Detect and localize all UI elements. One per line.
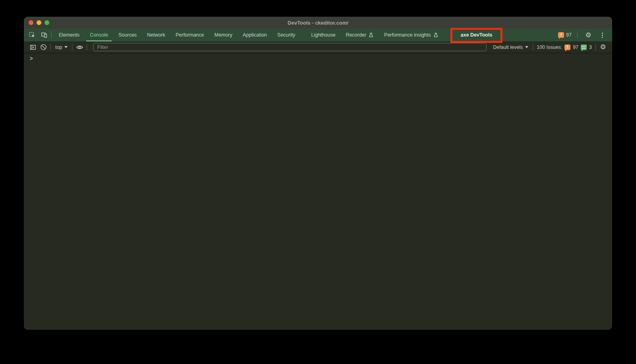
tab-recorder[interactable]: Recorder xyxy=(341,29,379,41)
close-button[interactable] xyxy=(29,20,33,25)
show-console-sidebar-button[interactable] xyxy=(28,42,38,52)
clear-console-button[interactable] xyxy=(38,42,48,52)
traffic-lights xyxy=(29,20,49,25)
devtools-window: DevTools - ckeditor.com/ Elements Consol… xyxy=(24,17,612,330)
tab-network[interactable]: Network xyxy=(142,29,171,41)
console-toolbar: top Default levels 100 Issues: ! 97 xyxy=(24,41,612,53)
issues-label: 100 Issues: xyxy=(537,45,562,50)
tab-performance[interactable]: Performance xyxy=(171,29,209,41)
message-badge-icon xyxy=(581,45,587,50)
sidebar-panel-icon xyxy=(30,44,36,50)
gear-icon: ⚙ xyxy=(600,44,606,50)
tab-axe-devtools[interactable]: axe DevTools xyxy=(456,29,498,41)
zoom-button[interactable] xyxy=(45,20,49,25)
tabbar-right-controls: ! 97 ⚙ xyxy=(558,29,612,41)
tab-memory[interactable]: Memory xyxy=(209,29,237,41)
console-prompt-row[interactable]: > xyxy=(24,53,612,63)
gear-icon: ⚙ xyxy=(585,32,591,39)
inspect-element-button[interactable] xyxy=(27,30,37,40)
divider xyxy=(87,44,87,50)
clear-circle-slash-icon xyxy=(40,44,47,50)
issues-error-count: 97 xyxy=(573,45,578,50)
create-live-expression-button[interactable] xyxy=(74,42,85,52)
minimize-button[interactable] xyxy=(37,20,41,25)
divider xyxy=(533,44,533,50)
tab-security[interactable]: Security xyxy=(272,29,301,41)
issues-counter[interactable]: 100 Issues: ! 97 3 xyxy=(535,45,593,50)
tab-elements[interactable]: Elements xyxy=(54,29,85,41)
divider xyxy=(72,44,72,50)
kebab-menu-icon xyxy=(602,33,603,34)
filter-input[interactable] xyxy=(93,43,487,51)
settings-button[interactable]: ⚙ xyxy=(583,30,593,40)
javascript-context-selector[interactable]: top xyxy=(53,45,70,50)
inspect-cursor-icon xyxy=(29,32,35,38)
tab-lighthouse[interactable]: Lighthouse xyxy=(306,29,341,41)
chevron-down-icon xyxy=(64,46,68,48)
divider xyxy=(577,32,578,38)
flask-icon xyxy=(368,32,374,38)
tab-application[interactable]: Application xyxy=(237,29,272,41)
error-badge-icon: ! xyxy=(564,45,570,50)
console-messages-area[interactable]: > xyxy=(24,53,612,330)
tab-sources[interactable]: Sources xyxy=(113,29,142,41)
error-badge-icon: ! xyxy=(558,32,564,38)
log-levels-selector[interactable]: Default levels xyxy=(491,45,531,50)
issues-message-count: 3 xyxy=(589,45,592,50)
window-titlebar: DevTools - ckeditor.com/ xyxy=(24,17,612,29)
error-count: 97 xyxy=(566,32,572,38)
chevron-down-icon xyxy=(525,46,528,48)
flask-icon xyxy=(433,32,438,38)
eye-icon xyxy=(76,44,83,50)
error-count-indicator[interactable]: ! 97 xyxy=(558,32,572,38)
tab-console[interactable]: Console xyxy=(85,29,113,41)
toggle-device-toolbar-button[interactable] xyxy=(39,30,49,40)
devtools-tabbar: Elements Console Sources Network Perform… xyxy=(24,29,612,41)
device-toolbar-icon xyxy=(41,32,47,38)
tab-performance-insights[interactable]: Performance insights xyxy=(379,29,443,41)
divider xyxy=(50,44,51,50)
console-prompt-icon: > xyxy=(30,54,33,61)
divider xyxy=(51,32,52,38)
panel-tabs: Elements Console Sources Network Perform… xyxy=(54,29,503,41)
console-settings-button[interactable]: ⚙ xyxy=(598,42,608,52)
customize-devtools-button[interactable] xyxy=(597,30,607,40)
divider xyxy=(595,44,596,50)
window-title: DevTools - ckeditor.com/ xyxy=(288,20,349,26)
